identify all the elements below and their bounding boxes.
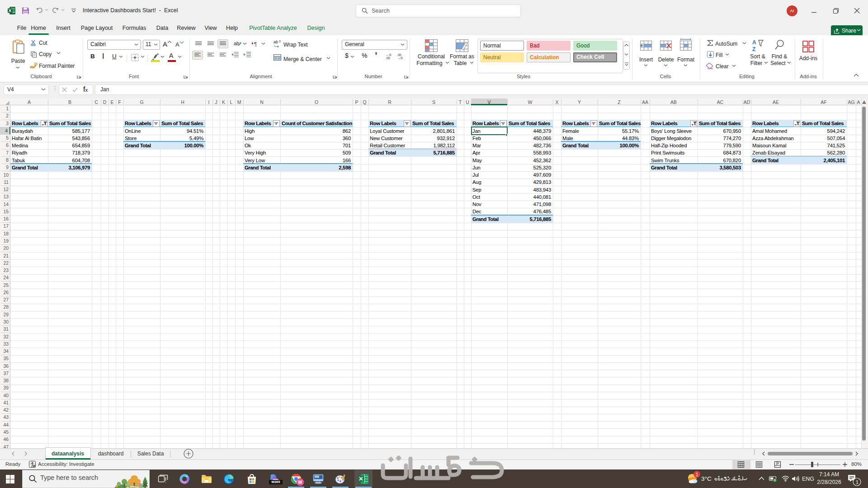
svg-text:1: 1	[856, 479, 859, 485]
svg-text:ab: ab	[234, 41, 239, 46]
svg-text:ab: ab	[274, 40, 278, 44]
svg-text:W: W	[298, 480, 302, 485]
svg-text:Z: Z	[752, 46, 755, 52]
svg-text:A: A	[752, 39, 756, 46]
svg-text:¶: ¶	[254, 41, 257, 47]
svg-text:1: 1	[696, 472, 698, 477]
